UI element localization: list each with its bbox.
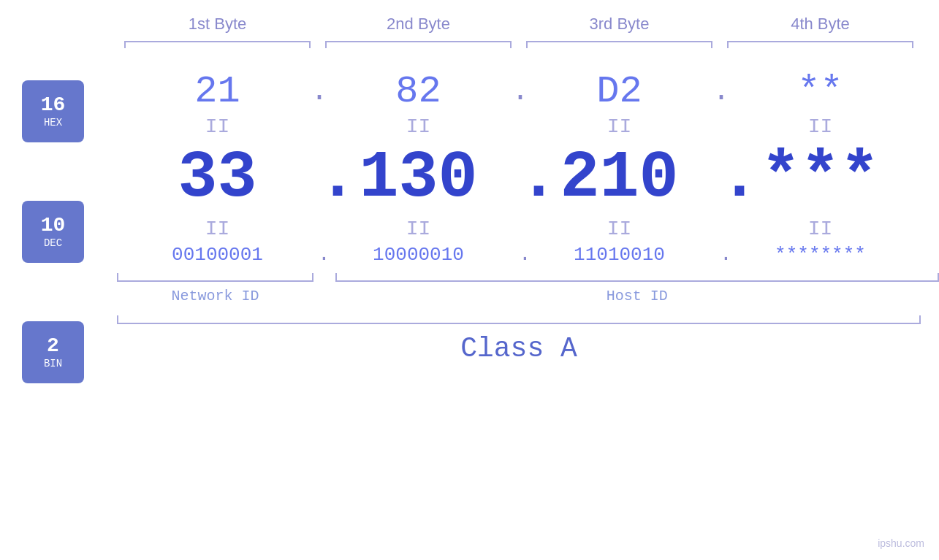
- bin-row: 00100001 . 10000010 . 11010010 . *******…: [117, 243, 939, 266]
- dec-b4: ***: [720, 141, 921, 215]
- eq2-b1: II: [117, 219, 318, 239]
- byte-headers: 1st Byte 2nd Byte 3rd Byte 4th Byte: [117, 15, 939, 34]
- dec-b2: 130: [318, 141, 519, 215]
- class-label: Class A: [117, 333, 921, 364]
- equals-row-2: II II II II: [117, 219, 939, 239]
- bin-b2: 10000010: [318, 244, 519, 266]
- byte4-header: 4th Byte: [720, 15, 921, 34]
- network-id-label: Network ID: [117, 288, 313, 304]
- eq1-b4: II: [720, 117, 921, 137]
- watermark: ipshu.com: [878, 537, 924, 549]
- bracket-line-3: [526, 41, 712, 48]
- byte1-header: 1st Byte: [117, 15, 318, 34]
- bin-label: BIN: [44, 358, 62, 369]
- bin-num: 2: [47, 335, 59, 358]
- eq1-b1: II: [117, 117, 318, 137]
- hex-b2: 82: [318, 70, 519, 113]
- bracket-line-2: [325, 41, 512, 48]
- bin-badge: 2 BIN: [22, 321, 84, 383]
- hex-badge: 16 HEX: [22, 80, 84, 142]
- hex-b4: **: [720, 70, 921, 113]
- bracket-top-1: [117, 41, 318, 48]
- hex-b1: 21: [117, 70, 318, 113]
- host-bracket: [335, 273, 939, 282]
- dec-badge: 10 DEC: [22, 201, 84, 263]
- bracket-line-4: [727, 41, 913, 48]
- dec-row: 33 . 130 . 210 . ***: [117, 141, 939, 215]
- bin-b3: 11010010: [519, 244, 720, 266]
- hex-b3: D2: [519, 70, 720, 113]
- byte3-header: 3rd Byte: [519, 15, 720, 34]
- hex-num: 16: [41, 94, 66, 117]
- dec-label: DEC: [44, 237, 62, 249]
- byte2-header: 2nd Byte: [318, 15, 519, 34]
- bracket-top-4: [720, 41, 921, 48]
- bin-b4: ********: [720, 244, 921, 266]
- bracket-bottom-row: [117, 273, 939, 282]
- host-id-label: Host ID: [335, 288, 939, 304]
- eq1-b3: II: [519, 117, 720, 137]
- base-badges: 16 HEX 10 DEC 2 BIN: [22, 80, 84, 383]
- bottom-brackets: Network ID Host ID: [117, 273, 939, 304]
- hex-row: 21 . 82 . D2 . **: [117, 70, 939, 113]
- bracket-line-1: [124, 41, 311, 48]
- equals-row-1: II II II II: [117, 117, 939, 137]
- bracket-top-2: [318, 41, 519, 48]
- dec-num: 10: [41, 215, 66, 237]
- eq2-b2: II: [318, 219, 519, 239]
- bracket-top-3: [519, 41, 720, 48]
- top-brackets: [117, 41, 939, 48]
- id-labels-row: Network ID Host ID: [117, 288, 939, 304]
- network-bracket: [117, 273, 313, 282]
- hex-label: HEX: [44, 117, 62, 129]
- eq2-b4: II: [720, 219, 921, 239]
- bin-b1: 00100001: [117, 244, 318, 266]
- dec-b1: 33: [117, 141, 318, 215]
- main-container: 1st Byte 2nd Byte 3rd Byte 4th Byte 16 H…: [0, 0, 939, 560]
- overall-bracket: [117, 315, 921, 324]
- dec-b3: 210: [519, 141, 720, 215]
- eq1-b2: II: [318, 117, 519, 137]
- eq2-b3: II: [519, 219, 720, 239]
